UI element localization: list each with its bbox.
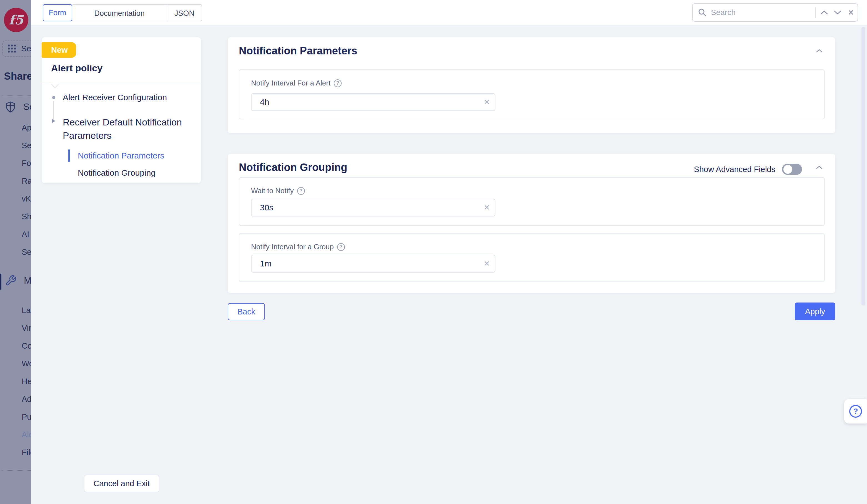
sidebar-group-security[interactable]: Se <box>5 101 31 113</box>
show-advanced-fields-label: Show Advanced Fields <box>694 165 775 174</box>
info-icon[interactable]: ? <box>334 79 342 87</box>
search-icon <box>698 8 707 17</box>
collapse-chevron-icon[interactable] <box>816 49 823 54</box>
close-icon: ✕ <box>847 8 854 17</box>
tab-json[interactable]: JSON <box>167 5 202 22</box>
tab-group: Documentation JSON <box>72 4 202 21</box>
collapse-chevron-icon[interactable] <box>816 165 823 171</box>
form-title: Alert policy <box>51 63 103 74</box>
sidebar-item[interactable]: He <box>22 376 31 387</box>
input-wrap: ✕ <box>251 93 495 111</box>
back-button[interactable]: Back <box>228 303 265 320</box>
card-header-controls: Show Advanced Fields <box>694 164 802 175</box>
sidebar-item-alerts[interactable]: Ale <box>22 429 31 440</box>
sidebar-group-label: Ma <box>24 275 31 286</box>
clear-input-icon[interactable]: ✕ <box>483 98 490 107</box>
search-divider <box>815 7 816 18</box>
notify-interval-group-input[interactable] <box>251 255 495 273</box>
nav-item-alert-receiver-configuration[interactable]: Alert Receiver Configuration <box>63 93 167 102</box>
sidebar-item-label: Se <box>21 44 31 53</box>
sidebar-item[interactable]: Wo <box>22 358 31 369</box>
scrollbar-thumb[interactable] <box>861 26 865 306</box>
sidebar-group-label: Se <box>23 101 31 112</box>
search-box: ✕ <box>692 3 858 22</box>
sidebar-item[interactable]: Pub <box>22 411 31 423</box>
field-label: Wait to Notify <box>251 186 294 195</box>
apps-grid-icon <box>7 44 17 53</box>
panel-divider-notch <box>51 80 59 88</box>
sidebar-active-indicator <box>0 274 1 290</box>
notify-interval-alert-input[interactable] <box>251 93 495 111</box>
sidebar-item-select-service[interactable]: Se <box>2 41 31 57</box>
app-sidebar: f5 Se Share Se Ap Ser For Rat vKa Sha AI… <box>0 0 31 504</box>
field-label-row: Wait to Notify ? <box>251 186 305 195</box>
card-notification-parameters: Notification Parameters Notify Interval … <box>228 37 835 133</box>
sidebar-item[interactable]: Lab <box>22 305 31 316</box>
show-advanced-fields-toggle[interactable] <box>782 164 802 175</box>
view-tabs: Form Documentation JSON <box>43 4 202 21</box>
f5-logo-text: f5 <box>9 12 23 28</box>
chevron-up-icon <box>820 10 828 15</box>
nav-item-notification-parameters[interactable]: Notification Parameters <box>78 151 164 161</box>
form-nav-panel: New Alert policy Alert Receiver Configur… <box>42 37 201 183</box>
info-icon[interactable]: ? <box>337 243 345 251</box>
wait-to-notify-input[interactable] <box>251 199 495 217</box>
toggle-knob <box>783 165 792 174</box>
fieldset: Wait to Notify ? ✕ <box>239 177 825 226</box>
sidebar-divider <box>2 96 31 96</box>
wrench-icon <box>5 275 17 286</box>
input-wrap: ✕ <box>251 199 495 217</box>
cancel-and-exit-button[interactable]: Cancel and Exit <box>84 474 159 492</box>
sidebar-item[interactable]: Ap <box>22 122 31 133</box>
sidebar-group-manage[interactable]: Ma <box>5 275 31 286</box>
help-icon: ? <box>849 405 862 418</box>
nav-item-notification-grouping[interactable]: Notification Grouping <box>78 168 156 178</box>
fieldset: Notify Interval for a Group ? ✕ <box>239 233 825 282</box>
sidebar-item[interactable]: File <box>22 447 31 458</box>
topbar: Form Documentation JSON ✕ <box>31 0 867 25</box>
sidebar-item[interactable]: Sha <box>22 211 31 222</box>
chevron-down-icon <box>833 10 842 15</box>
card-title: Notification Grouping <box>239 162 347 174</box>
status-badge-new: New <box>42 42 76 58</box>
search-prev-button[interactable] <box>817 4 831 21</box>
sidebar-item[interactable]: Rat <box>22 175 31 186</box>
card-notification-grouping: Notification Grouping Show Advanced Fiel… <box>228 154 835 293</box>
sidebar-item[interactable]: vKa <box>22 193 31 204</box>
card-title: Notification Parameters <box>239 45 357 57</box>
tree-connector <box>53 101 54 120</box>
apply-button[interactable]: Apply <box>795 303 835 320</box>
field-label-row: Notify Interval For a Alert ? <box>251 79 342 87</box>
info-icon[interactable]: ? <box>297 187 305 195</box>
field-label: Notify Interval for a Group <box>251 243 334 251</box>
search-close-button[interactable]: ✕ <box>844 4 858 21</box>
search-next-button[interactable] <box>831 4 844 21</box>
fieldset: Notify Interval For a Alert ? ✕ <box>239 69 825 119</box>
sidebar-item[interactable]: Vir <box>22 322 31 333</box>
tab-form[interactable]: Form <box>43 4 72 21</box>
clear-input-icon[interactable]: ✕ <box>483 203 490 212</box>
sidebar-item[interactable]: Sec <box>22 246 31 258</box>
active-item-bar <box>68 149 70 162</box>
sidebar-item[interactable]: For <box>22 158 31 169</box>
search-input[interactable] <box>711 8 814 17</box>
nav-section-receiver-default-notification-parameters[interactable]: Receiver Default Notification Parameters <box>63 116 193 142</box>
field-label: Notify Interval For a Alert <box>251 79 331 87</box>
sidebar-workspace-heading: Share <box>4 70 31 82</box>
tree-bullet-icon <box>52 96 55 99</box>
field-label-row: Notify Interval for a Group ? <box>251 243 345 251</box>
tab-documentation[interactable]: Documentation <box>72 5 167 22</box>
help-button[interactable]: ? <box>844 399 867 424</box>
tree-expand-arrow-icon <box>52 119 55 123</box>
shield-icon <box>5 101 16 113</box>
panel-divider <box>42 84 201 84</box>
sidebar-item[interactable]: Co <box>22 340 31 351</box>
sidebar-item[interactable]: Ad <box>22 394 31 405</box>
sidebar-item[interactable]: AI <box>22 229 29 240</box>
input-wrap: ✕ <box>251 255 495 273</box>
clear-input-icon[interactable]: ✕ <box>483 259 490 268</box>
sidebar-item[interactable]: Ser <box>22 140 31 151</box>
sidebar-divider <box>2 470 31 471</box>
f5-logo[interactable]: f5 <box>4 8 28 32</box>
